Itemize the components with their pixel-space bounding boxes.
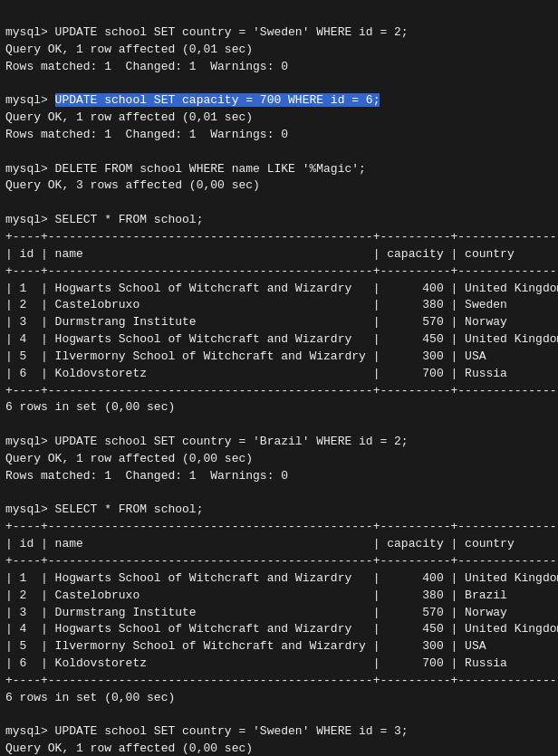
highlighted-command: UPDATE school SET capacity = 700 WHERE i…	[55, 93, 380, 107]
line-update1: mysql> UPDATE school SET country = 'Swed…	[5, 25, 558, 756]
terminal-output: mysql> UPDATE school SET country = 'Swed…	[5, 7, 553, 756]
